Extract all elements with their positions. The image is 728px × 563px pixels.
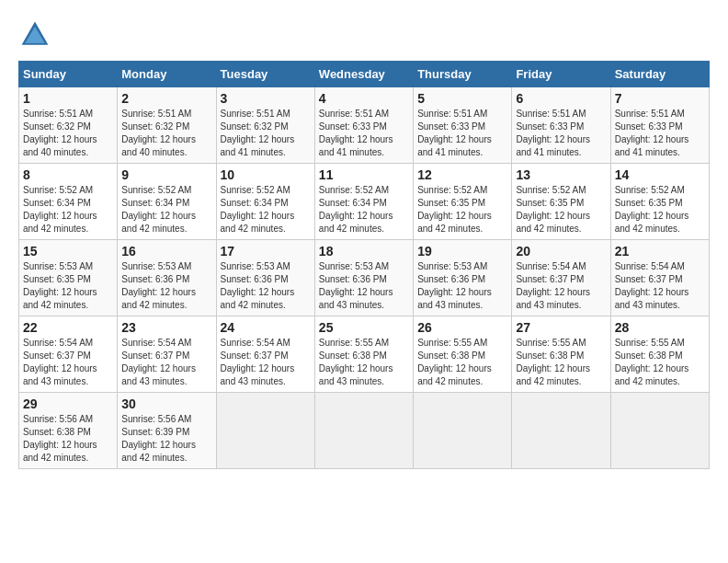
day-detail: Sunrise: 5:55 AM Sunset: 6:38 PM Dayligh… [615, 337, 705, 388]
calendar-cell: 25Sunrise: 5:55 AM Sunset: 6:38 PM Dayli… [314, 316, 413, 393]
day-number: 15 [23, 244, 113, 259]
day-header-sunday: Sunday [19, 62, 118, 87]
calendar-cell: 6Sunrise: 5:51 AM Sunset: 6:33 PM Daylig… [512, 87, 610, 164]
day-number: 18 [319, 244, 409, 259]
day-number: 23 [121, 320, 211, 335]
calendar-cell [314, 393, 413, 469]
calendar-cell: 21Sunrise: 5:54 AM Sunset: 6:37 PM Dayli… [610, 240, 709, 316]
calendar-cell: 5Sunrise: 5:51 AM Sunset: 6:33 PM Daylig… [414, 87, 512, 164]
day-detail: Sunrise: 5:51 AM Sunset: 6:32 PM Dayligh… [23, 108, 113, 159]
calendar-cell: 14Sunrise: 5:52 AM Sunset: 6:35 PM Dayli… [610, 164, 709, 240]
calendar-cell: 4Sunrise: 5:51 AM Sunset: 6:33 PM Daylig… [314, 87, 413, 164]
day-number: 24 [221, 320, 311, 335]
day-number: 13 [516, 167, 606, 182]
day-header-wednesday: Wednesday [314, 62, 413, 87]
calendar-cell: 20Sunrise: 5:54 AM Sunset: 6:37 PM Dayli… [512, 240, 610, 316]
day-header-saturday: Saturday [610, 62, 709, 87]
calendar-cell: 2Sunrise: 5:51 AM Sunset: 6:32 PM Daylig… [118, 87, 216, 164]
calendar-cell: 11Sunrise: 5:52 AM Sunset: 6:34 PM Dayli… [314, 164, 413, 240]
day-detail: Sunrise: 5:56 AM Sunset: 6:38 PM Dayligh… [23, 413, 113, 465]
day-number: 17 [221, 244, 311, 259]
day-detail: Sunrise: 5:52 AM Sunset: 6:35 PM Dayligh… [417, 184, 507, 236]
day-header-friday: Friday [512, 62, 610, 87]
day-number: 11 [319, 167, 409, 182]
day-detail: Sunrise: 5:53 AM Sunset: 6:36 PM Dayligh… [417, 260, 507, 312]
day-number: 4 [319, 91, 409, 106]
logo [18, 18, 55, 52]
day-number: 1 [23, 91, 113, 106]
calendar-cell: 10Sunrise: 5:52 AM Sunset: 6:34 PM Dayli… [216, 164, 314, 240]
logo-icon [18, 18, 51, 52]
day-header-thursday: Thursday [414, 62, 512, 87]
calendar-cell [216, 393, 314, 469]
page-header [18, 18, 710, 52]
day-detail: Sunrise: 5:52 AM Sunset: 6:34 PM Dayligh… [23, 184, 113, 236]
calendar-week-3: 15Sunrise: 5:53 AM Sunset: 6:35 PM Dayli… [19, 240, 710, 316]
day-detail: Sunrise: 5:52 AM Sunset: 6:34 PM Dayligh… [221, 184, 311, 236]
calendar-week-4: 22Sunrise: 5:54 AM Sunset: 6:37 PM Dayli… [19, 316, 710, 393]
day-number: 22 [23, 320, 113, 335]
calendar-cell: 24Sunrise: 5:54 AM Sunset: 6:37 PM Dayli… [216, 316, 314, 393]
day-number: 8 [23, 167, 113, 182]
day-number: 9 [121, 167, 211, 182]
day-detail: Sunrise: 5:54 AM Sunset: 6:37 PM Dayligh… [121, 337, 211, 388]
day-number: 12 [417, 167, 507, 182]
calendar-cell: 19Sunrise: 5:53 AM Sunset: 6:36 PM Dayli… [414, 240, 512, 316]
calendar-cell: 22Sunrise: 5:54 AM Sunset: 6:37 PM Dayli… [19, 316, 118, 393]
day-detail: Sunrise: 5:54 AM Sunset: 6:37 PM Dayligh… [23, 337, 113, 388]
day-number: 16 [121, 244, 211, 259]
calendar-cell: 13Sunrise: 5:52 AM Sunset: 6:35 PM Dayli… [512, 164, 610, 240]
calendar-cell: 9Sunrise: 5:52 AM Sunset: 6:34 PM Daylig… [118, 164, 216, 240]
calendar-cell: 30Sunrise: 5:56 AM Sunset: 6:39 PM Dayli… [118, 393, 216, 469]
day-detail: Sunrise: 5:53 AM Sunset: 6:36 PM Dayligh… [221, 260, 311, 312]
day-detail: Sunrise: 5:52 AM Sunset: 6:34 PM Dayligh… [121, 184, 211, 236]
day-detail: Sunrise: 5:51 AM Sunset: 6:33 PM Dayligh… [615, 108, 705, 159]
day-number: 10 [221, 167, 311, 182]
day-detail: Sunrise: 5:52 AM Sunset: 6:35 PM Dayligh… [615, 184, 705, 236]
day-detail: Sunrise: 5:51 AM Sunset: 6:33 PM Dayligh… [516, 108, 606, 159]
day-detail: Sunrise: 5:54 AM Sunset: 6:37 PM Dayligh… [516, 260, 606, 312]
calendar-header-row: SundayMondayTuesdayWednesdayThursdayFrid… [19, 62, 710, 87]
day-number: 21 [615, 244, 705, 259]
calendar-cell: 12Sunrise: 5:52 AM Sunset: 6:35 PM Dayli… [414, 164, 512, 240]
day-detail: Sunrise: 5:51 AM Sunset: 6:33 PM Dayligh… [319, 108, 409, 159]
day-detail: Sunrise: 5:55 AM Sunset: 6:38 PM Dayligh… [516, 337, 606, 388]
calendar-cell: 16Sunrise: 5:53 AM Sunset: 6:36 PM Dayli… [118, 240, 216, 316]
day-detail: Sunrise: 5:54 AM Sunset: 6:37 PM Dayligh… [615, 260, 705, 312]
day-header-tuesday: Tuesday [216, 62, 314, 87]
day-number: 28 [615, 320, 705, 335]
day-number: 5 [417, 91, 507, 106]
day-number: 6 [516, 91, 606, 106]
calendar-cell: 15Sunrise: 5:53 AM Sunset: 6:35 PM Dayli… [19, 240, 118, 316]
day-number: 7 [615, 91, 705, 106]
calendar-cell: 8Sunrise: 5:52 AM Sunset: 6:34 PM Daylig… [19, 164, 118, 240]
day-number: 26 [417, 320, 507, 335]
day-detail: Sunrise: 5:55 AM Sunset: 6:38 PM Dayligh… [319, 337, 409, 388]
day-detail: Sunrise: 5:52 AM Sunset: 6:34 PM Dayligh… [319, 184, 409, 236]
calendar-cell: 7Sunrise: 5:51 AM Sunset: 6:33 PM Daylig… [610, 87, 709, 164]
calendar-cell [414, 393, 512, 469]
day-detail: Sunrise: 5:54 AM Sunset: 6:37 PM Dayligh… [221, 337, 311, 388]
day-number: 25 [319, 320, 409, 335]
calendar-cell [512, 393, 610, 469]
calendar-week-1: 1Sunrise: 5:51 AM Sunset: 6:32 PM Daylig… [19, 87, 710, 164]
day-number: 19 [417, 244, 507, 259]
day-detail: Sunrise: 5:51 AM Sunset: 6:32 PM Dayligh… [221, 108, 311, 159]
calendar-cell: 28Sunrise: 5:55 AM Sunset: 6:38 PM Dayli… [610, 316, 709, 393]
day-number: 27 [516, 320, 606, 335]
calendar-cell: 3Sunrise: 5:51 AM Sunset: 6:32 PM Daylig… [216, 87, 314, 164]
day-detail: Sunrise: 5:56 AM Sunset: 6:39 PM Dayligh… [121, 413, 211, 465]
day-detail: Sunrise: 5:53 AM Sunset: 6:36 PM Dayligh… [121, 260, 211, 312]
day-number: 2 [121, 91, 211, 106]
calendar-cell: 26Sunrise: 5:55 AM Sunset: 6:38 PM Dayli… [414, 316, 512, 393]
day-detail: Sunrise: 5:53 AM Sunset: 6:36 PM Dayligh… [319, 260, 409, 312]
calendar-cell: 1Sunrise: 5:51 AM Sunset: 6:32 PM Daylig… [19, 87, 118, 164]
day-number: 3 [221, 91, 311, 106]
calendar-table: SundayMondayTuesdayWednesdayThursdayFrid… [18, 61, 710, 469]
day-number: 14 [615, 167, 705, 182]
calendar-cell: 18Sunrise: 5:53 AM Sunset: 6:36 PM Dayli… [314, 240, 413, 316]
day-detail: Sunrise: 5:51 AM Sunset: 6:33 PM Dayligh… [417, 108, 507, 159]
day-detail: Sunrise: 5:53 AM Sunset: 6:35 PM Dayligh… [23, 260, 113, 312]
calendar-week-5: 29Sunrise: 5:56 AM Sunset: 6:38 PM Dayli… [19, 393, 710, 469]
calendar-cell [610, 393, 709, 469]
